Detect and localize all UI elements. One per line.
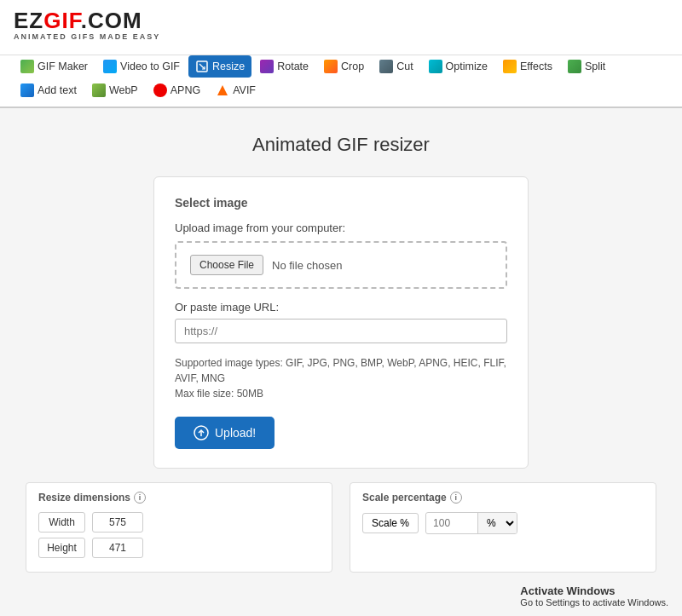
scale-input-area: % px	[425, 512, 517, 534]
dimensions-title: Resize dimensions i	[38, 492, 320, 504]
nav-apng[interactable]: APNG	[147, 79, 207, 101]
nav-webp[interactable]: WebP	[85, 79, 145, 101]
width-label: Width	[38, 512, 85, 533]
rotate-icon	[260, 60, 274, 73]
svg-marker-2	[217, 85, 228, 95]
height-value: 471	[92, 538, 143, 558]
scale-unit-dropdown[interactable]: % px	[477, 513, 517, 533]
url-label: Or paste image URL:	[175, 301, 507, 314]
url-input[interactable]	[175, 319, 507, 343]
scale-percentage-panel: Scale percentage i Scale % % px	[350, 482, 656, 573]
scale-row: Scale % % px	[362, 512, 644, 534]
nav-avif[interactable]: AVIF	[209, 79, 263, 101]
nav-add-text[interactable]: Add text	[14, 79, 84, 101]
card-title: Select image	[175, 196, 507, 210]
dimensions-info-icon: i	[134, 492, 146, 504]
split-icon	[568, 60, 581, 73]
height-label: Height	[38, 538, 85, 558]
upload-icon	[194, 425, 209, 440]
nav-split[interactable]: Split	[561, 55, 612, 78]
file-input-area: Choose File No file chosen	[175, 241, 507, 289]
upload-label: Upload image from your computer:	[175, 222, 507, 234]
main-content: Animated GIF resizer Select image Upload…	[0, 108, 682, 590]
video-icon	[103, 60, 117, 73]
upload-card: Select image Upload image from your comp…	[153, 176, 529, 469]
upload-button[interactable]: Upload!	[175, 417, 275, 449]
avif-icon	[216, 83, 229, 97]
nav-gif-maker[interactable]: GIF Maker	[14, 55, 95, 78]
file-name-text: No file chosen	[272, 259, 342, 272]
resize-dimensions-panel: Resize dimensions i Width 575 Height 471	[26, 482, 332, 573]
svg-line-1	[199, 64, 205, 69]
logo-subtitle: ANIMATED GIFS MADE EASY	[14, 33, 668, 42]
main-nav: GIF Maker Video to GIF Resize Rotate Cro…	[0, 55, 682, 108]
nav-resize[interactable]: Resize	[188, 55, 251, 78]
apng-icon	[153, 83, 167, 97]
scale-label-button[interactable]: Scale %	[362, 513, 419, 533]
scale-input[interactable]	[426, 514, 477, 533]
nav-video-to-gif[interactable]: Video to GIF	[96, 55, 187, 78]
addtext-icon	[20, 83, 34, 97]
resize-icon	[195, 60, 209, 73]
nav-optimize[interactable]: Optimize	[422, 55, 494, 78]
bottom-panels: Resize dimensions i Width 575 Height 471…	[26, 482, 656, 573]
webp-icon	[92, 83, 106, 97]
nav-cut[interactable]: Cut	[373, 55, 419, 78]
crop-icon	[324, 60, 338, 73]
nav-effects[interactable]: Effects	[496, 55, 559, 78]
optimize-icon	[429, 60, 442, 73]
width-row: Width 575	[38, 512, 320, 533]
height-row: Height 471	[38, 538, 320, 558]
page-title: Animated GIF resizer	[252, 134, 430, 156]
supported-types: Supported image types: GIF, JPG, PNG, BM…	[175, 355, 507, 401]
nav-crop[interactable]: Crop	[317, 55, 371, 78]
effects-icon	[503, 60, 517, 73]
width-value: 575	[92, 512, 143, 533]
scale-title: Scale percentage i	[362, 492, 644, 504]
nav-rotate[interactable]: Rotate	[253, 55, 315, 78]
choose-file-button[interactable]: Choose File	[190, 255, 263, 275]
scale-info-icon: i	[450, 492, 462, 504]
site-logo: EZGIF.COM ANIMATED GIFS MADE EASY	[14, 9, 668, 41]
cut-icon	[379, 60, 393, 73]
logo-title: EZGIF.COM	[14, 9, 668, 33]
gif-icon	[20, 60, 34, 73]
